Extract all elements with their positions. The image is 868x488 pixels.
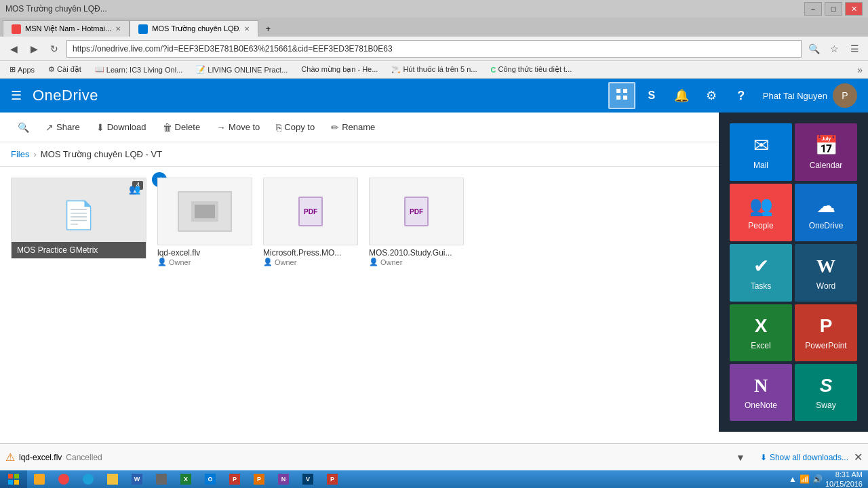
bookmark-caidat[interactable]: ⚙ Cài đặt	[44, 64, 85, 75]
file-name-ms: Microsoft.Press.MO...	[263, 248, 358, 258]
onedrive-app: ☰ OneDrive S 🔔 ⚙ ?	[0, 79, 868, 488]
download-dropdown-btn[interactable]: ▼	[732, 451, 749, 464]
svg-rect-0	[616, 89, 620, 93]
app-logo: OneDrive	[33, 87, 98, 104]
tile-powerpoint[interactable]: P PowerPoint	[795, 304, 857, 361]
tab-onedrive[interactable]: MOS Trường chuyên LQĐ... ✕	[130, 20, 258, 37]
tile-onenote[interactable]: N OneNote	[730, 364, 792, 421]
help-btn[interactable]: ?	[728, 82, 755, 109]
file-thumbnail-study: PDF	[369, 178, 464, 245]
taskbar-explorer[interactable]	[27, 470, 52, 488]
bookmark-cong[interactable]: C Công thức tiêu diệt t...	[487, 64, 576, 75]
settings-btn[interactable]: ⚙	[698, 82, 725, 109]
forward-btn[interactable]: ▶	[26, 41, 42, 57]
taskbar-excel[interactable]: X	[174, 470, 198, 488]
tab-close-onedrive[interactable]: ✕	[244, 25, 250, 33]
taskbar-ppt2[interactable]: P	[247, 470, 271, 488]
file-lqd[interactable]: ✓ lqd-excel.flv 👤 Owner	[157, 178, 252, 266]
search-toolbar-btn[interactable]: 🔍	[11, 118, 36, 137]
taskbar-visio[interactable]: V	[296, 470, 320, 488]
tile-calendar[interactable]: 📅 Calendar	[795, 123, 857, 181]
tile-excel[interactable]: X Excel	[730, 304, 792, 361]
breadcrumb-files[interactable]: Files	[11, 149, 29, 159]
video-icon	[178, 191, 232, 232]
download-btn[interactable]: ⬇ Download	[90, 118, 153, 137]
tray-up-icon[interactable]: ▲	[789, 474, 797, 484]
tray-volume-icon[interactable]: 🔊	[812, 474, 823, 484]
folder-mos[interactable]: 📄 4 MOS Practice GMetrix 👥	[11, 178, 146, 266]
tile-mail[interactable]: ✉ Mail	[730, 123, 792, 181]
svg-rect-9	[14, 480, 19, 485]
owner-icon-ms: 👤	[263, 258, 273, 266]
tile-excel-label: Excel	[751, 341, 770, 350]
grid-taskbar-icon	[156, 474, 167, 485]
grid-view-btn[interactable]	[608, 82, 635, 109]
tile-word-label: Word	[816, 281, 835, 291]
download-warning-icon: ⚠	[5, 451, 15, 464]
tab-close-msn[interactable]: ✕	[115, 25, 121, 33]
file-owner-ms: 👤 Owner	[263, 258, 358, 266]
copyto-btn[interactable]: ⎘ Copy to	[269, 118, 321, 137]
file-owner-lqd: 👤 Owner	[157, 258, 252, 266]
hub-btn[interactable]: ☰	[846, 41, 863, 57]
star-btn[interactable]: ☆	[826, 41, 842, 57]
bookmark-ic3[interactable]: 📖 Learn: IC3 Living Onl...	[91, 64, 187, 75]
tray-network-icon: 📶	[800, 474, 810, 484]
powerpoint-icon: P	[820, 315, 833, 337]
maximize-btn[interactable]: □	[825, 2, 842, 16]
file-ms-press[interactable]: PDF Microsoft.Press.MO... 👤 Owner	[263, 178, 358, 266]
svg-rect-5	[195, 205, 215, 218]
search-nav-btn[interactable]: 🔍	[806, 41, 822, 57]
skype-btn[interactable]: S	[638, 82, 665, 109]
tile-onedrive[interactable]: ☁ OneDrive	[795, 184, 857, 241]
back-btn[interactable]: ◀	[5, 41, 22, 57]
explorer-icon	[34, 474, 45, 485]
delete-btn[interactable]: 🗑 Delete	[156, 118, 208, 137]
address-bar[interactable]: https://onedrive.live.com/?id=EEF3ED3E78…	[66, 40, 802, 58]
close-btn[interactable]: ✕	[845, 2, 863, 16]
minimize-btn[interactable]: −	[804, 2, 822, 16]
taskbar-word[interactable]: W	[125, 470, 149, 488]
start-btn[interactable]	[0, 470, 27, 488]
taskbar-ppt[interactable]: P	[222, 470, 247, 488]
user-section[interactable]: Phat Tai Nguyen P	[763, 83, 857, 108]
taskbar-grid[interactable]	[149, 470, 174, 488]
tile-people[interactable]: 👥 People	[730, 184, 792, 241]
file-mos-study[interactable]: PDF MOS.2010.Study.Gui... 👤 Owner	[369, 178, 464, 266]
bookmark-chao[interactable]: Chào mừng bạn - He...	[297, 64, 382, 75]
share-label: Share	[56, 122, 80, 132]
tab-label-onedrive: MOS Trường chuyên LQĐ...	[152, 24, 240, 33]
bookmark-cong-icon: C	[491, 66, 496, 74]
file-name-study: MOS.2010.Study.Gui...	[369, 248, 464, 258]
new-tab-btn[interactable]: +	[258, 20, 277, 37]
header-nav: S 🔔 ⚙ ?	[608, 82, 755, 109]
clock-date: 10/15/2016	[825, 479, 863, 488]
bookmark-apps[interactable]: ⊞ Apps	[5, 64, 39, 75]
tile-word[interactable]: W Word	[795, 244, 857, 302]
share-btn[interactable]: ↗ Share	[39, 118, 87, 137]
hamburger-btn[interactable]: ☰	[11, 88, 22, 103]
bookmarks-more-btn[interactable]: »	[857, 64, 863, 75]
download-close-btn[interactable]: ✕	[854, 451, 863, 464]
tile-tasks[interactable]: ✔ Tasks	[730, 244, 792, 302]
moveto-btn[interactable]: → Move to	[210, 118, 267, 137]
taskbar-onenote[interactable]: N	[271, 470, 296, 488]
bookmark-living[interactable]: 📝 LIVING ONLINE Pract...	[192, 64, 292, 75]
notifications-btn[interactable]: 🔔	[668, 82, 695, 109]
taskbar-ie[interactable]	[76, 470, 100, 488]
excel-icon: X	[755, 315, 768, 337]
copyto-label: Copy to	[284, 122, 315, 132]
show-downloads-label: Show all downloads...	[770, 453, 848, 462]
tab-msn[interactable]: MSN Việt Nam - Hotmai... ✕	[3, 20, 130, 37]
taskbar-ppt3[interactable]: P	[320, 470, 344, 488]
rename-btn[interactable]: ✏ Rename	[324, 118, 382, 137]
taskbar-outlook[interactable]: O	[198, 470, 222, 488]
address-text: https://onedrive.live.com/?id=EEF3ED3E78…	[73, 44, 393, 54]
taskbar-media[interactable]	[52, 470, 76, 488]
tile-sway[interactable]: S Sway	[795, 364, 857, 421]
show-downloads-btn[interactable]: ⬇ Show all downloads...	[760, 453, 848, 462]
bookmark-hut[interactable]: 🚬 Hút thuốc lá trên 5 n...	[387, 64, 481, 75]
ppt-taskbar-icon: P	[229, 474, 240, 485]
taskbar-files[interactable]	[100, 470, 125, 488]
refresh-btn[interactable]: ↻	[46, 41, 62, 57]
